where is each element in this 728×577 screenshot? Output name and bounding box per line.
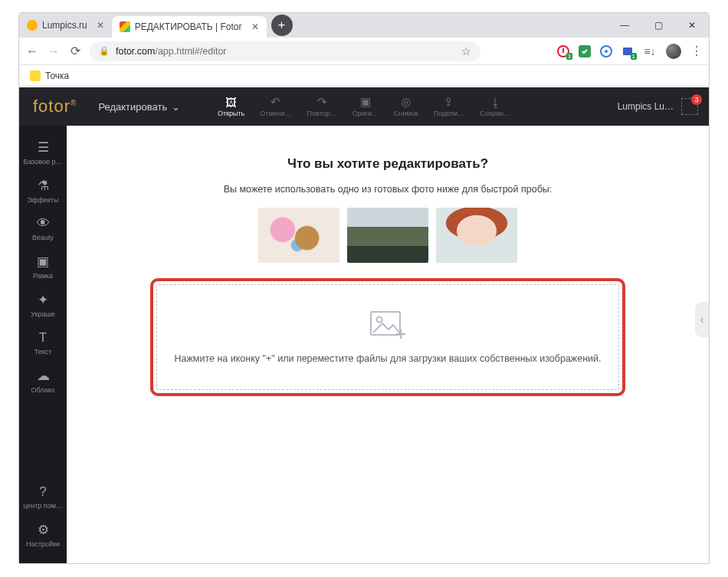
bookmark-item[interactable]: Точка <box>45 70 69 81</box>
svg-rect-1 <box>562 48 564 53</box>
window-maximize-button[interactable]: ▢ <box>641 13 675 38</box>
save-button[interactable]: ⭳Сохран… <box>480 96 510 117</box>
fotor-logo[interactable]: fotor® <box>33 97 77 116</box>
flask-icon: ⚗ <box>38 178 49 194</box>
bookmarks-bar: Точка <box>19 65 709 87</box>
sticker-icon: ✦ <box>38 292 48 308</box>
redo-button[interactable]: ↷Повтор… <box>307 96 337 117</box>
canvas-subtitle: Вы можете использовать одно из готовых ф… <box>150 182 625 197</box>
url-text: fotor.com/app.html#/editor <box>116 46 227 57</box>
open-button[interactable]: 🖼Открыть <box>218 96 244 117</box>
sample-image-food[interactable] <box>258 208 339 263</box>
folder-icon <box>30 70 41 81</box>
nav-back-button[interactable]: ← <box>25 44 39 58</box>
browser-toolbar: ← → ⟳ 🔒 fotor.com/app.html#/editor ☆ 3 1 <box>19 38 709 65</box>
mode-dropdown[interactable]: Редактировать ⌄ <box>98 101 180 113</box>
undo-icon: ↶ <box>269 96 283 108</box>
left-sidebar: ☰Базовое р… ⚗Эффекты 👁Beauty ▣Рамка ✦Укр… <box>19 126 67 563</box>
browser-menu-button[interactable]: ⋮ <box>690 44 703 58</box>
extension-badge: 1 <box>631 53 637 60</box>
extension-icon[interactable] <box>579 45 591 57</box>
image-plus-icon <box>370 311 405 343</box>
dropzone-text: Нажмите на иконку "+" или переместите фа… <box>171 351 605 366</box>
notification-badge: 3 <box>691 94 702 105</box>
dropzone-highlight: Нажмите на иконку "+" или переместите фа… <box>150 278 625 396</box>
svg-point-7 <box>377 316 382 322</box>
nav-forward-button[interactable]: → <box>47 44 61 58</box>
extension-icon[interactable] <box>600 45 612 57</box>
bookmark-star-icon[interactable]: ☆ <box>461 45 471 57</box>
camera-icon: ◎ <box>399 96 413 108</box>
profile-avatar[interactable] <box>666 44 681 59</box>
extension-icon[interactable]: 1 <box>621 45 634 57</box>
reading-list-icon[interactable]: ≡↓ <box>643 45 657 57</box>
tab-title: Lumpics.ru <box>42 20 87 31</box>
sidebar-item-basic[interactable]: ☰Базовое р… <box>19 133 67 172</box>
sidebar-item-text[interactable]: TТекст <box>19 324 67 362</box>
frame-icon: ▣ <box>37 254 49 270</box>
nav-reload-button[interactable]: ⟳ <box>68 44 82 58</box>
sample-images-row <box>150 208 625 263</box>
sliders-icon: ☰ <box>38 139 49 156</box>
window-close-button[interactable]: ✕ <box>675 13 709 38</box>
browser-tab-lumpics[interactable]: Lumpics.ru ✕ <box>19 13 112 38</box>
cloud-icon: ☁ <box>37 368 50 384</box>
sidebar-item-effects[interactable]: ⚗Эффекты <box>19 172 67 210</box>
new-tab-button[interactable]: + <box>271 15 293 36</box>
sidebar-item-stickers[interactable]: ✦Украше <box>19 286 67 324</box>
favicon-icon <box>120 21 130 32</box>
undo-button[interactable]: ↶Отмени… <box>260 96 291 117</box>
extension-badge: 3 <box>566 53 572 60</box>
lock-icon: 🔒 <box>99 46 110 56</box>
address-bar[interactable]: 🔒 fotor.com/app.html#/editor ☆ <box>90 41 480 61</box>
panel-collapse-handle[interactable]: ‹ <box>695 302 709 337</box>
svg-point-4 <box>605 50 608 53</box>
sidebar-item-frame[interactable]: ▣Рамка <box>19 248 67 286</box>
eye-icon: 👁 <box>37 216 50 231</box>
editor-canvas: ‹ Что вы хотите редактировать? Вы можете… <box>67 126 709 563</box>
download-icon: ⭳ <box>488 96 502 108</box>
canvas-heading: Что вы хотите редактировать? <box>150 156 625 172</box>
sample-image-landscape[interactable] <box>347 208 428 263</box>
sidebar-item-beauty[interactable]: 👁Beauty <box>19 210 67 248</box>
text-icon: T <box>39 330 47 346</box>
sidebar-item-settings[interactable]: ⚙Настройки <box>19 516 67 554</box>
notifications-box[interactable]: 3 <box>681 98 698 115</box>
sidebar-item-cloud[interactable]: ☁Облако <box>19 362 67 400</box>
gear-icon: ⚙ <box>38 522 49 538</box>
compare-icon: ▣ <box>359 96 372 108</box>
window-titlebar: Lumpics.ru ✕ РЕДАКТИРОВАТЬ | Fotor ✕ + —… <box>19 13 709 38</box>
browser-tab-fotor[interactable]: РЕДАКТИРОВАТЬ | Fotor ✕ <box>112 16 267 38</box>
sidebar-item-help[interactable]: ?центр пом… <box>19 478 67 516</box>
tab-title: РЕДАКТИРОВАТЬ | Fotor <box>135 21 242 32</box>
sample-image-portrait[interactable] <box>436 208 517 263</box>
window-minimize-button[interactable]: — <box>608 13 641 38</box>
app-header: fotor® Редактировать ⌄ 🖼Открыть ↶Отмени…… <box>19 87 709 126</box>
share-icon: ⇪ <box>442 96 456 108</box>
user-name[interactable]: Lumpics Lu… <box>618 101 674 112</box>
extension-icon[interactable]: 3 <box>557 45 569 57</box>
close-icon[interactable]: ✕ <box>251 21 259 32</box>
upload-dropzone[interactable]: Нажмите на иконку "+" или переместите фа… <box>156 284 619 390</box>
redo-icon: ↷ <box>315 96 329 108</box>
close-icon[interactable]: ✕ <box>97 20 104 31</box>
share-button[interactable]: ⇪Подели… <box>434 96 465 117</box>
help-icon: ? <box>39 484 46 500</box>
snapshot-button[interactable]: ◎Снимок <box>394 96 418 117</box>
favicon-icon <box>27 20 38 31</box>
image-icon: 🖼 <box>225 96 238 108</box>
chevron-down-icon: ⌄ <box>172 101 180 113</box>
original-button[interactable]: ▣Ориги… <box>353 96 379 117</box>
